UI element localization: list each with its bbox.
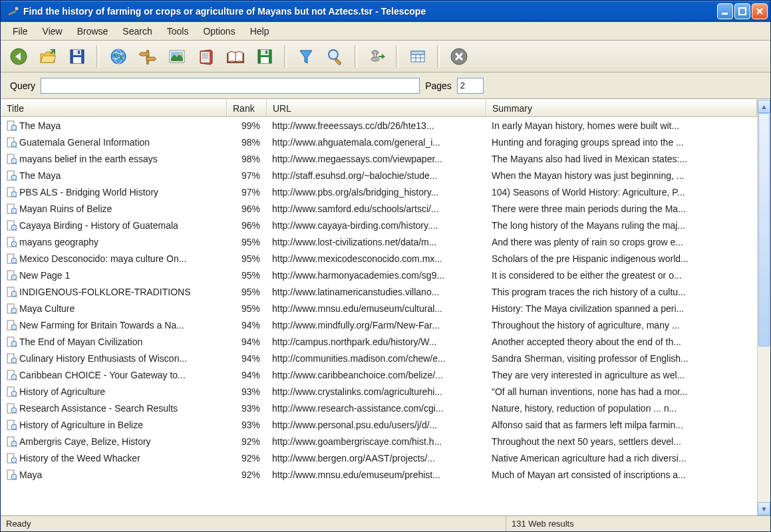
result-summary: And there was plenty of rain so crops gr… [486, 237, 757, 247]
svg-line-96 [15, 479, 17, 480]
vertical-scrollbar[interactable]: ▲ ▼ [757, 100, 770, 515]
result-rank: 95% [227, 303, 267, 314]
result-title: INDIGENOUS-FOLKLORE-TRADITIONS [19, 287, 190, 297]
svg-rect-15 [201, 52, 210, 63]
back-icon[interactable] [7, 45, 30, 68]
result-url: http://campus.northpark.edu/history/W... [267, 336, 486, 347]
result-title: mayans belief in the earth essays [19, 154, 158, 164]
result-rank: 96% [227, 220, 267, 231]
result-rank: 95% [227, 253, 267, 264]
minimize-button[interactable] [717, 3, 733, 19]
picture-icon[interactable] [166, 45, 188, 68]
menu-tools[interactable]: Tools [160, 24, 196, 39]
app-window: Find the history of farming or crops or … [0, 0, 771, 532]
result-row[interactable]: Caribbean CHOICE - Your Gateway to...94%… [1, 366, 757, 383]
title-bar: Find the history of farming or crops or … [1, 1, 770, 22]
pin-icon[interactable] [365, 45, 388, 68]
result-url: http://www.caribbeanchoice.com/belize/..… [267, 370, 486, 380]
close-button[interactable] [752, 3, 768, 19]
svg-rect-19 [265, 51, 267, 54]
scroll-up-button[interactable]: ▲ [758, 100, 770, 113]
column-url[interactable]: URL [267, 100, 486, 116]
open-icon[interactable] [37, 45, 59, 68]
result-row[interactable]: New Farming for Britain Towards a Na...9… [1, 317, 757, 333]
column-title[interactable]: Title [1, 100, 227, 116]
menu-file[interactable]: File [6, 24, 35, 39]
globe-icon[interactable] [107, 45, 130, 68]
result-row[interactable]: Guatemala General Information98%http://w… [1, 134, 757, 150]
result-row[interactable]: PBS ALS - Bridging World History97%http:… [1, 184, 757, 200]
result-row[interactable]: Mayan Ruins of Belize96%http://www.samfo… [1, 200, 757, 217]
result-url: http://www.mnsu.edu/emuseum/prehist... [267, 469, 486, 480]
stop-icon[interactable] [448, 45, 470, 68]
result-title: History of the Weed Whacker [19, 453, 140, 464]
magnifier-icon[interactable] [324, 45, 347, 68]
query-input[interactable] [41, 78, 420, 94]
result-row[interactable]: The Maya99%http://www.freeessays.cc/db/2… [1, 117, 757, 134]
result-row[interactable]: mayans geography95%http://www.lost-civil… [1, 233, 757, 250]
window-controls [717, 3, 768, 19]
result-row[interactable]: New Page 195%http://www.harmonyacademies… [1, 267, 757, 283]
page-icon [6, 370, 17, 380]
result-row[interactable]: Cayaya Birding - History of Guatemala96%… [1, 217, 757, 233]
result-row[interactable]: History of the Weed Whacker92%http://www… [1, 450, 757, 466]
result-title: The Maya [19, 120, 61, 131]
column-rank[interactable]: Rank [227, 100, 267, 116]
result-row[interactable]: Mexico Desconocido: maya culture On...95… [1, 250, 757, 267]
svg-line-39 [15, 163, 17, 164]
result-url: http://www.freeessays.cc/db/26/hte13... [267, 120, 486, 131]
maximize-button[interactable] [734, 3, 750, 19]
result-summary: Throughout the history of agriculture, m… [486, 320, 757, 331]
svg-rect-6 [73, 50, 81, 55]
result-summary: Scholars of the pre Hispanic indigenous … [486, 253, 757, 264]
result-rank: 97% [227, 170, 267, 181]
svg-line-78 [15, 379, 17, 380]
result-row[interactable]: mayans belief in the earth essays98%http… [1, 150, 757, 167]
result-rank: 94% [227, 320, 267, 331]
result-row[interactable]: Maya92%http://www.mnsu.edu/emuseum/prehi… [1, 466, 757, 483]
signpost-icon[interactable] [136, 45, 159, 68]
menu-search[interactable]: Search [116, 24, 158, 39]
page-icon [6, 287, 17, 297]
svg-line-81 [15, 396, 17, 397]
result-url: http://www.cayaya-birding.com/history...… [267, 220, 486, 231]
result-row[interactable]: Research Assistance - Search Results93%h… [1, 400, 757, 416]
result-title: The Maya [19, 170, 61, 181]
menu-browse[interactable]: Browse [71, 24, 115, 39]
result-summary: Throughout the next 50 years, settlers d… [486, 436, 757, 447]
scroll-down-button[interactable]: ▼ [758, 502, 770, 515]
result-rank: 95% [227, 270, 267, 281]
result-row[interactable]: History of Agriculture in Belize93%http:… [1, 416, 757, 433]
result-row[interactable]: History of Agriculture93%http://www.crys… [1, 383, 757, 400]
toolbar [1, 41, 770, 72]
save-icon[interactable] [66, 45, 88, 68]
pages-label: Pages [425, 80, 452, 91]
result-row[interactable]: The End of Mayan Civilization94%http://c… [1, 333, 757, 350]
result-url: http://www.ahguatemala.com/general_i... [267, 137, 486, 148]
openbook-icon[interactable] [224, 45, 247, 68]
result-row[interactable]: INDIGENOUS-FOLKLORE-TRADITIONS95%http://… [1, 283, 757, 300]
svg-line-48 [15, 213, 17, 214]
result-row[interactable]: Maya Culture95%http://www.mnsu.edu/emuse… [1, 300, 757, 317]
funnel-icon[interactable] [295, 45, 317, 68]
result-summary: Alfonso said that as farmers left milpa … [486, 420, 757, 430]
menu-options[interactable]: Options [196, 24, 241, 39]
page-icon [6, 253, 17, 264]
svg-line-87 [15, 429, 17, 430]
result-title: Mexico Desconocido: maya culture On... [19, 253, 186, 264]
book-icon[interactable] [195, 45, 218, 68]
save-green-icon[interactable] [253, 45, 276, 68]
pages-input[interactable] [457, 78, 484, 94]
result-row[interactable]: The Maya97%http://staff.esuhsd.org/~balo… [1, 167, 757, 184]
result-summary: They are very interested in agriculture … [486, 370, 757, 380]
result-row[interactable]: Ambergris Caye, Belize, History92%http:/… [1, 433, 757, 450]
column-summary[interactable]: Summary [486, 100, 757, 116]
result-title: Maya [19, 469, 42, 480]
table-icon[interactable] [406, 45, 429, 68]
svg-line-63 [15, 296, 17, 297]
result-row[interactable]: Culinary History Enthusiasts of Wiscon..… [1, 350, 757, 366]
query-label: Query [10, 80, 35, 91]
result-summary: History: The Maya civilization spanned a… [486, 303, 757, 314]
menu-help[interactable]: Help [243, 24, 276, 39]
menu-view[interactable]: View [36, 24, 69, 39]
